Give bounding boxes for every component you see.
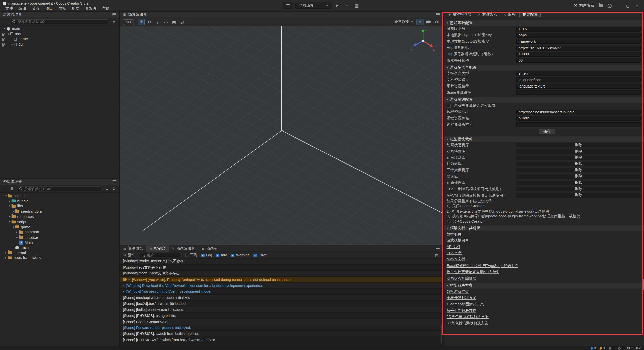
framework-link[interactable]: Tiledmap地图解决方案	[447, 301, 484, 308]
tree-caret-icon[interactable]: ▸	[4, 251, 8, 254]
property-input[interactable]	[516, 39, 641, 44]
hierarchy-search[interactable]	[10, 19, 110, 24]
tab-assets-preview[interactable]: ▤资源预览	[120, 245, 146, 251]
tree-caret-icon[interactable]: ▸	[8, 199, 12, 203]
framework-link[interactable]: 2D角色扮演游戏解决方案	[447, 314, 489, 320]
expand-caret-icon[interactable]: ▸	[123, 284, 124, 287]
checkbox-icon[interactable]: ✓	[231, 253, 234, 257]
console-log-row[interactable]: [Window] ecs文件夹不存在	[120, 265, 443, 271]
console-log-row[interactable]: ▸[Window] You are running Vue in develop…	[120, 289, 443, 295]
play-button[interactable]: ▶	[334, 3, 341, 9]
console-filter-log[interactable]: ✓Log	[201, 253, 212, 257]
filter-icon[interactable]: ≡	[105, 186, 110, 191]
tree-caret-icon[interactable]: ▸	[15, 236, 19, 239]
tab-console[interactable]: ▥控制台	[146, 245, 169, 251]
hierarchy-search-input[interactable]	[17, 20, 107, 24]
framework-link[interactable]: 3D角色扮演游戏解决方案	[447, 320, 489, 326]
delete-button[interactable]: 删除	[575, 193, 582, 198]
move-tool-button[interactable]: ✚	[138, 19, 145, 25]
tab-animation-graph[interactable]: ▦动画图	[198, 245, 221, 251]
framework-link[interactable]: API文档	[447, 244, 460, 250]
property-input[interactable]	[516, 110, 641, 115]
section-header-docs[interactable]: ▾ 框架文档工具链接	[444, 225, 644, 231]
property-input[interactable]	[516, 84, 641, 89]
delete-button[interactable]: 删除	[575, 187, 582, 192]
console-log-row[interactable]: [Window] render_texture文件夹不存在	[120, 259, 443, 265]
pivot-toggle-button[interactable]: ▣	[171, 19, 178, 25]
framework-link[interactable]: MVVM文档	[447, 256, 465, 262]
tab-animation-editor[interactable]: ✎动画编辑器	[169, 245, 198, 251]
property-input[interactable]	[516, 77, 641, 82]
minimize-button[interactable]: ─	[616, 4, 621, 8]
tab-framework-config[interactable]: 框架配置	[519, 12, 541, 17]
tree-item[interactable]: ▾main	[0, 26, 119, 31]
tree-item[interactable]: ▸resources	[0, 214, 119, 219]
tree-item[interactable]: ▸seedrandom	[0, 209, 119, 214]
info-count-badge[interactable]: 3	[590, 346, 596, 350]
delete-button[interactable]: 删除	[575, 149, 582, 154]
scale-tool-button[interactable]: ◱	[154, 19, 161, 25]
delete-button[interactable]: 删除	[575, 155, 582, 160]
panel-menu-icon[interactable]	[436, 247, 440, 250]
remote-load-checkbox[interactable]	[447, 104, 451, 108]
property-input[interactable]	[516, 52, 641, 57]
framework-link[interactable]: Excel格式转Json文件与TypeScript代码工具	[447, 262, 518, 269]
tree-item[interactable]: main	[0, 245, 119, 250]
tree-caret-icon[interactable]: ▾	[4, 194, 8, 198]
assets-search[interactable]	[16, 186, 103, 191]
tree-caret-icon[interactable]: ▾	[8, 205, 12, 208]
tab-inspector[interactable]: ⚙属性检查器	[445, 11, 474, 18]
console-log-row[interactable]: [Scene] [bullet]:bullet wasm lib loaded.	[120, 307, 443, 313]
framework-link[interactable]: 教程项目	[447, 231, 461, 237]
coordinate-toggle-button[interactable]: ◎	[179, 19, 186, 25]
console-filter-warning[interactable]: ✓Warning	[231, 253, 250, 257]
property-input[interactable]	[516, 58, 641, 63]
panel-menu-icon[interactable]	[112, 13, 116, 16]
tree-caret-icon[interactable]: ▸	[10, 43, 14, 46]
tree-caret-icon[interactable]: ▸	[4, 256, 8, 259]
tree-item[interactable]: ▾game	[0, 224, 119, 230]
layout-preset-button[interactable]: ▦	[352, 3, 361, 9]
close-button[interactable]: ×	[635, 4, 640, 8]
property-input[interactable]	[516, 45, 641, 50]
section-header-language[interactable]: ▾ 游戏多语言配置	[444, 65, 644, 71]
add-asset-button[interactable]: +	[3, 186, 8, 191]
tree-item[interactable]: ▸internal	[0, 250, 119, 255]
regex-checkbox-icon[interactable]	[185, 253, 188, 257]
save-button[interactable]: 保存	[539, 129, 555, 134]
property-input[interactable]	[516, 90, 641, 95]
delete-button[interactable]: 删除	[575, 181, 582, 186]
regex-toggle[interactable]: 正则	[185, 253, 197, 258]
framework-link[interactable]: 战棋游戏框架	[447, 289, 469, 295]
expand-caret-icon[interactable]: ▸	[129, 278, 130, 281]
tree-caret-icon[interactable]: ▾	[12, 225, 15, 229]
framework-link[interactable]: 游戏模板项目	[447, 237, 469, 244]
step-button[interactable]: »	[343, 3, 350, 9]
tree-caret-icon[interactable]: ▸	[12, 210, 15, 213]
tree-item[interactable]: ▾root	[0, 31, 119, 37]
help-icon[interactable]: ?	[608, 4, 612, 8]
render-mode-dropdown[interactable]: 正常渲染 ▾	[392, 20, 415, 25]
sort-icon[interactable]: ⇅	[10, 186, 15, 191]
message-count-badge[interactable]: 0	[618, 346, 624, 350]
maximize-button[interactable]: ▢	[626, 4, 631, 8]
lighting-toggle-button[interactable]: ☀	[417, 19, 424, 25]
menu-item-6[interactable]: 开发者	[82, 6, 99, 11]
console-log-row[interactable]: [Scene] [PHYSICS]: switch from builtin t…	[120, 331, 443, 337]
mode-3d-button[interactable]: 3D	[123, 19, 134, 25]
delete-button[interactable]: 删除	[575, 143, 582, 148]
console-search-input[interactable]	[147, 253, 179, 257]
tree-item[interactable]: game	[0, 37, 119, 42]
tree-item[interactable]: ▾script	[0, 219, 119, 225]
delete-button[interactable]: 删除	[575, 162, 582, 167]
preview-device-button[interactable]	[283, 3, 293, 9]
console-log-row[interactable]: [Scene] Cocos Creator v3.8.2	[120, 319, 443, 325]
section-header-basic[interactable]: ▾ 游戏基础配置	[444, 20, 644, 26]
console-log-row[interactable]: ▸[Window] Download the Vue Devtools exte…	[120, 283, 443, 289]
clear-console-button[interactable]: ⊘ 清空	[123, 253, 135, 258]
tree-item[interactable]: ▸oops-framework	[0, 255, 119, 261]
tree-item[interactable]: ▸gui	[0, 42, 119, 47]
menu-item-1[interactable]: 编辑	[16, 6, 29, 11]
checkbox-icon[interactable]: ✓	[201, 253, 204, 257]
checkbox-icon[interactable]: ✓	[254, 253, 257, 257]
